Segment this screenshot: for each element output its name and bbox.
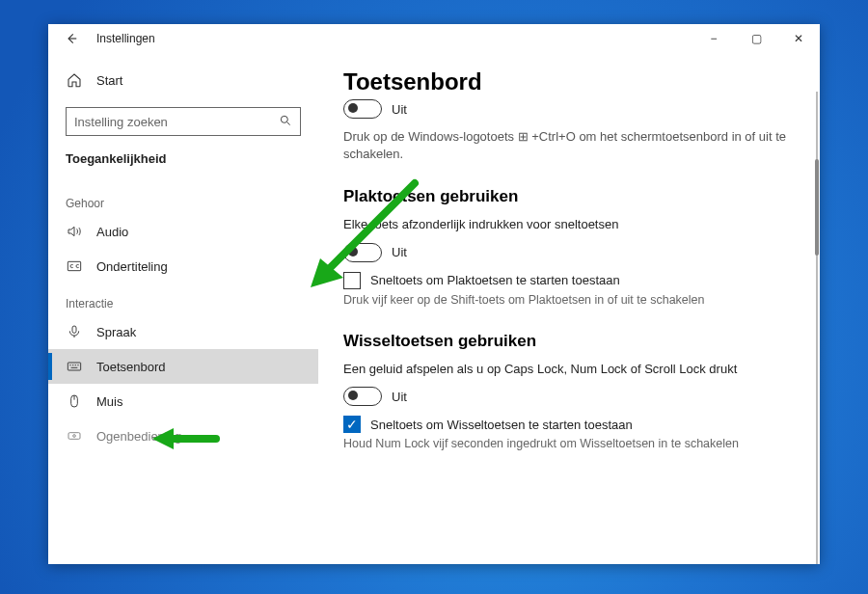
sidebar-item-home[interactable]: Start (48, 63, 318, 97)
search-placeholder: Instelling zoeken (74, 115, 279, 129)
row-plaktoetsen-sneltoets[interactable]: Sneltoets om Plaktoetsen te starten toes… (343, 272, 795, 289)
svg-rect-2 (72, 326, 76, 333)
cc-icon (66, 258, 83, 274)
sidebar-item-label: Toetsenbord (96, 360, 166, 374)
toggle-state-label: Uit (392, 245, 407, 259)
sidebar-item-spraak[interactable]: Spraak (48, 314, 318, 349)
row-wisseltoetsen-sneltoets[interactable]: ✓ Sneltoets om Wisseltoetsen te starten … (343, 416, 795, 433)
window-body: Start Instelling zoeken Toegankelijkheid… (48, 53, 820, 564)
toggle-switch[interactable] (343, 99, 382, 119)
toggle-state-label: Uit (392, 390, 407, 404)
section-title-plaktoetsen: Plaktoetsen gebruiken (343, 187, 795, 206)
page-title: Toetsenbord (343, 68, 795, 95)
svg-point-6 (73, 435, 76, 438)
toggle-switch[interactable] (343, 387, 382, 406)
search-icon (279, 114, 292, 130)
toggle-state-label: Uit (392, 102, 407, 117)
wisseltoetsen-lead: Een geluid afspelen als u op Caps Lock, … (343, 361, 795, 378)
sidebar-item-ogenbediening[interactable]: Ogenbediening (48, 418, 318, 453)
eye-icon (66, 428, 83, 444)
minimize-button[interactable]: − (692, 32, 735, 45)
sidebar-group-gehoor: Gehoor (48, 183, 318, 214)
sidebar-home-label: Start (96, 73, 122, 88)
sidebar-item-label: Spraak (96, 325, 136, 339)
keyboard-icon (66, 359, 83, 374)
desktop-background: Instellingen − ▢ ✕ Start Instelling zoek… (0, 0, 868, 594)
sidebar-item-muis[interactable]: Muis (48, 384, 318, 418)
back-button[interactable] (64, 31, 79, 46)
titlebar: Instellingen − ▢ ✕ (48, 24, 820, 53)
svg-rect-1 (68, 261, 80, 270)
sidebar-item-toetsenbord[interactable]: Toetsenbord (48, 349, 318, 384)
plaktoetsen-toggle[interactable]: Uit (343, 243, 795, 262)
onscreen-keyboard-toggle[interactable]: Uit (343, 99, 795, 119)
onscreen-keyboard-hint: Druk op de Windows-logotoets ⊞ +Ctrl+O o… (343, 128, 795, 162)
svg-point-0 (281, 116, 287, 122)
checkbox-wisseltoetsen-sneltoets[interactable]: ✓ (343, 416, 361, 433)
speaker-icon (66, 224, 83, 239)
sidebar-item-ondertiteling[interactable]: Ondertiteling (48, 249, 318, 284)
toggle-switch[interactable] (343, 243, 382, 262)
main-content: Toetsenbord Uit Druk op de Windows-logot… (318, 53, 820, 564)
sidebar: Start Instelling zoeken Toegankelijkheid… (48, 53, 318, 564)
checkbox-label: Sneltoets om Wisseltoetsen te starten to… (370, 418, 633, 432)
wisseltoetsen-toggle[interactable]: Uit (343, 387, 795, 406)
svg-rect-3 (68, 363, 80, 370)
sidebar-item-label: Ondertiteling (96, 259, 168, 274)
mouse-icon (66, 393, 83, 409)
settings-window: Instellingen − ▢ ✕ Start Instelling zoek… (48, 24, 820, 564)
sidebar-item-label: Muis (96, 394, 122, 409)
search-input[interactable]: Instelling zoeken (66, 107, 301, 136)
section-title-wisseltoetsen: Wisseltoetsen gebruiken (343, 332, 795, 351)
plaktoetsen-hint: Druk vijf keer op de Shift-toets om Plak… (343, 293, 748, 307)
checkbox-label: Sneltoets om Plaktoetsen te starten toes… (370, 273, 620, 287)
home-icon (66, 72, 83, 88)
sidebar-group-interactie: Interactie (48, 284, 318, 314)
sidebar-item-label: Ogenbediening (96, 429, 181, 444)
sidebar-item-label: Audio (96, 225, 128, 239)
maximize-button[interactable]: ▢ (735, 32, 777, 45)
wisseltoetsen-hint: Houd Num Lock vijf seconden ingedrukt om… (343, 437, 748, 450)
close-button[interactable]: ✕ (777, 32, 820, 45)
window-title: Instellingen (96, 32, 155, 45)
microphone-icon (66, 324, 83, 339)
scrollbar[interactable] (816, 92, 818, 564)
svg-rect-5 (68, 433, 80, 440)
breadcrumb: Toegankelijkheid (48, 149, 318, 183)
checkbox-plaktoetsen-sneltoets[interactable] (343, 272, 361, 289)
sidebar-item-audio[interactable]: Audio (48, 214, 318, 249)
arrow-left-icon (65, 32, 78, 45)
plaktoetsen-lead: Elke toets afzonderlijk indrukken voor s… (343, 216, 795, 233)
